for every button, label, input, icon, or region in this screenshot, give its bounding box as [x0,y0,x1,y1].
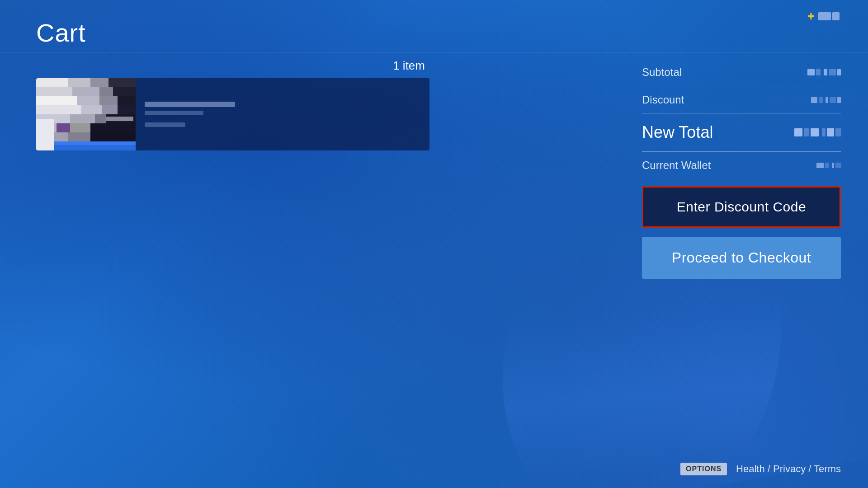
footer-links[interactable]: Health / Privacy / Terms [736,463,841,475]
item-details [136,78,429,150]
svg-rect-14 [99,96,118,105]
item-count: 1 item [36,59,429,73]
enter-discount-button[interactable]: Enter Discount Code [642,186,841,228]
svg-rect-2 [36,78,68,87]
item-subtitle-placeholder [145,111,203,115]
total-pixel-1 [794,128,802,136]
item-thumbnail-image [36,78,136,150]
svg-rect-9 [99,87,113,96]
total-pixel-5 [827,128,834,136]
price-pixel-1 [807,69,815,75]
avatar-bar-2 [832,12,840,20]
footer: OPTIONS Health / Privacy / Terms [680,463,841,475]
cart-items-area: 1 item [36,59,429,150]
wallet-row: Current Wallet [642,152,841,179]
discount-row: Discount [642,86,841,114]
disc-pixel-2 [819,97,823,103]
wallet-pixel-3 [832,163,834,168]
new-total-row: New Total [642,114,841,152]
disc-pixel-5 [837,97,841,103]
price-pixel-4 [829,69,836,75]
total-pixel-4 [822,128,826,136]
svg-rect-20 [118,105,136,114]
price-pixel-2 [816,69,821,75]
svg-rect-29 [70,123,90,132]
top-right-area: + [807,9,841,23]
svg-rect-19 [102,105,118,114]
disc-pixel-4 [830,97,836,103]
svg-rect-28 [57,123,70,132]
svg-rect-13 [77,96,99,105]
subtotal-label: Subtotal [642,66,682,79]
item-title-placeholder [145,102,235,107]
svg-rect-22 [106,117,133,121]
page-title: Cart [36,18,86,47]
user-avatar [818,9,841,23]
svg-rect-12 [36,96,77,105]
wallet-value [816,163,841,168]
subtotal-value [807,69,841,75]
svg-rect-37 [36,119,54,150]
svg-rect-5 [108,78,136,87]
order-summary-panel: Subtotal Discount New Total [642,59,841,279]
svg-rect-10 [113,87,136,96]
svg-rect-25 [95,114,106,123]
svg-rect-15 [118,96,136,105]
svg-rect-3 [68,78,90,87]
new-total-value [794,128,841,136]
new-total-label: New Total [642,123,713,142]
price-pixel-3 [824,69,827,75]
svg-rect-33 [68,132,90,141]
svg-rect-4 [90,78,108,87]
svg-rect-18 [81,105,102,114]
total-pixel-3 [811,128,819,136]
proceed-to-checkout-button[interactable]: Proceed to Checkout [642,237,841,279]
price-pixel-5 [837,69,841,75]
wallet-pixel-2 [825,163,829,168]
avatar-bar-1 [818,12,831,20]
svg-rect-17 [36,105,81,114]
svg-rect-8 [72,87,99,96]
wallet-pixel-1 [816,163,824,168]
total-pixel-2 [804,128,809,136]
svg-rect-7 [36,87,72,96]
svg-rect-34 [90,132,136,141]
disc-pixel-1 [811,97,817,103]
options-badge[interactable]: OPTIONS [680,463,727,475]
svg-rect-30 [90,123,136,132]
discount-label: Discount [642,94,684,106]
wallet-label: Current Wallet [642,159,711,172]
wallet-pixel-4 [835,163,841,168]
svg-rect-24 [70,114,95,123]
subtotal-row: Subtotal [642,59,841,86]
total-pixel-6 [835,128,841,136]
disc-pixel-3 [826,97,828,103]
cart-item-card [36,78,429,150]
discount-value [811,97,841,103]
ps-plus-icon: + [807,9,815,23]
item-price-placeholder [145,122,185,127]
header-divider [0,52,868,52]
item-thumbnail [36,78,136,150]
